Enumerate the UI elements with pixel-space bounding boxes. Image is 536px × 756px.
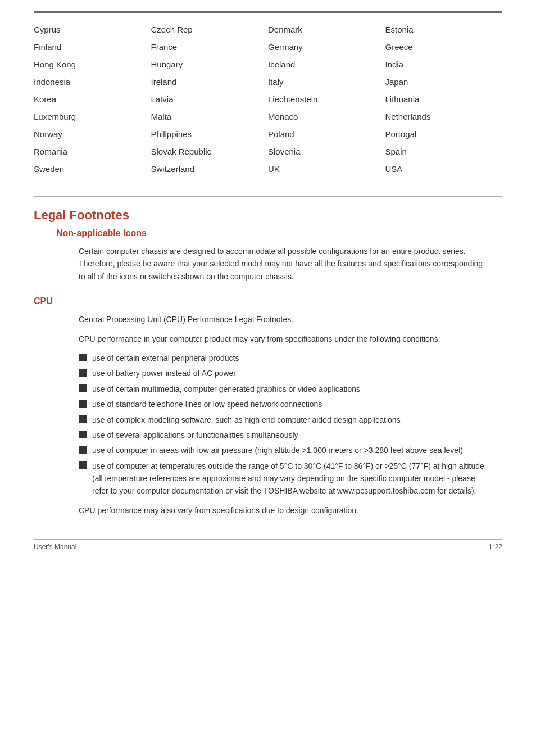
country-cell: Portugal [385,129,503,139]
bullet-item: use of computer in areas with low air pr… [79,444,491,456]
non-applicable-icons-subsection: Non-applicable Icons Certain computer ch… [34,228,502,283]
country-cell: Philippines [151,129,269,139]
country-cell: Romania [34,147,151,156]
section-divider [34,196,502,197]
bullet-item: use of complex modeling software, such a… [79,414,491,426]
country-cell: Japan [385,77,503,87]
footer-right: 1-22 [489,543,502,551]
cpu-section: CPU Central Processing Unit (CPU) Perfor… [34,296,502,517]
non-applicable-icons-paragraph: Certain computer chassis are designed to… [79,245,491,283]
top-border [34,11,502,13]
country-cell: Spain [385,147,503,156]
bullet-item: use of several applications or functiona… [79,429,491,441]
country-cell: France [151,42,269,52]
country-cell: Estonia [385,25,503,34]
bullet-icon [79,354,87,361]
country-cell: USA [385,164,503,174]
bullet-item: use of standard telephone lines or low s… [79,398,491,410]
country-cell: Malta [151,112,269,121]
page-footer: User's Manual 1-22 [34,539,502,551]
country-cell: UK [268,164,385,174]
bullet-icon [79,369,87,377]
country-cell: Slovenia [268,147,385,156]
country-cell: Iceland [268,60,385,69]
country-cell: Ireland [151,77,269,87]
non-applicable-icons-title: Non-applicable Icons [56,228,502,238]
country-cell: Monaco [268,112,385,121]
bullet-text: use of battery power instead of AC power [92,367,236,379]
bullet-icon [79,446,87,454]
country-cell: Norway [34,129,151,139]
country-grid: CyprusCzech RepDenmarkEstoniaFinlandFran… [34,25,502,174]
bullet-item: use of computer at temperatures outside … [79,460,491,497]
legal-footnotes-section: Legal Footnotes Non-applicable Icons Cer… [34,208,502,517]
bullet-item: use of certain external peripheral produ… [79,352,491,364]
country-cell: Switzerland [151,164,269,174]
bullet-text: use of several applications or functiona… [92,429,298,441]
bullet-item: use of certain multimedia, computer gene… [79,383,491,395]
page-container: CyprusCzech RepDenmarkEstoniaFinlandFran… [0,0,536,573]
cpu-paragraph-1: Central Processing Unit (CPU) Performanc… [79,313,491,325]
country-cell: Indonesia [34,77,151,87]
country-cell: Lithuania [385,94,503,104]
legal-footnotes-title: Legal Footnotes [34,208,502,223]
country-cell: Hong Kong [34,60,151,69]
bullet-item: use of battery power instead of AC power [79,367,491,379]
country-cell: Poland [268,129,385,139]
country-cell: Czech Rep [151,25,269,34]
bullet-icon [79,431,87,438]
bullet-text: use of certain external peripheral produ… [92,352,239,364]
country-cell: Hungary [151,60,269,69]
cpu-paragraph-2: CPU performance in your computer product… [79,333,491,345]
bullet-icon [79,400,87,408]
country-cell: Latvia [151,94,269,104]
country-cell: Sweden [34,164,151,174]
bullet-icon [79,461,87,469]
country-cell: Liechtenstein [268,94,385,104]
bullet-icon [79,384,87,392]
cpu-closing-paragraph: CPU performance may also vary from speci… [79,504,491,517]
country-cell: Denmark [268,25,385,34]
country-cell: Slovak Republic [151,147,269,156]
country-cell: Korea [34,94,151,104]
bullet-text: use of complex modeling software, such a… [92,414,401,426]
country-cell: Cyprus [34,25,151,34]
cpu-title: CPU [34,296,502,306]
bullet-text: use of computer in areas with low air pr… [92,444,463,456]
cpu-bullet-list: use of certain external peripheral produ… [79,352,491,497]
country-cell: Germany [268,42,385,52]
country-cell: Netherlands [385,112,503,121]
bullet-text: use of certain multimedia, computer gene… [92,383,360,395]
bullet-icon [79,415,87,423]
country-cell: Greece [385,42,503,52]
bullet-text: use of computer at temperatures outside … [92,460,491,497]
country-cell: Luxemburg [34,112,151,121]
bullet-text: use of standard telephone lines or low s… [92,398,322,410]
country-cell: Finland [34,42,151,52]
footer-left: User's Manual [34,543,76,551]
country-cell: Italy [268,77,385,87]
country-cell: India [385,60,503,69]
